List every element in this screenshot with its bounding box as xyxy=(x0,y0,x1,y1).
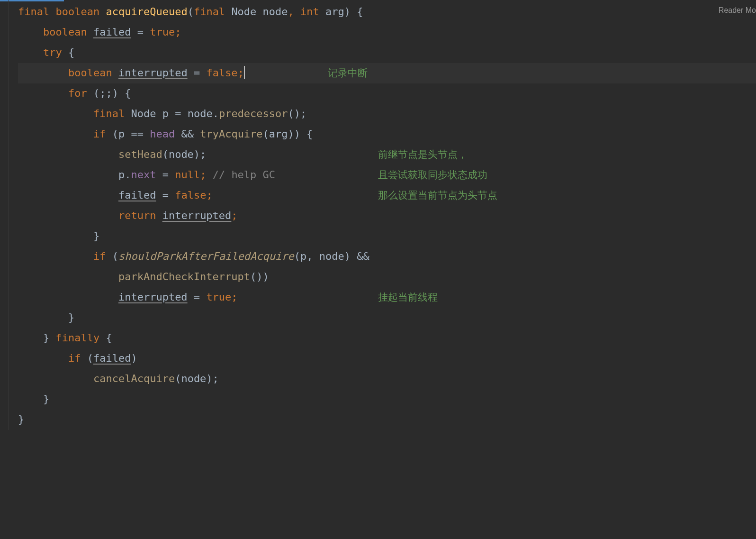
code-line[interactable]: if (p == head && tryAcquire(arg)) { xyxy=(18,124,756,145)
code-line[interactable]: parkAndCheckInterrupt()) xyxy=(18,267,756,287)
keyword-true: true xyxy=(206,287,231,308)
annotation: 挂起当前线程 xyxy=(378,288,438,307)
keyword-boolean: boolean xyxy=(55,2,99,22)
param: Node node xyxy=(231,2,288,22)
keyword-finally: finally xyxy=(55,328,99,348)
keyword-return: return xyxy=(118,206,156,226)
code-line[interactable]: } xyxy=(18,226,756,247)
keyword-false: false xyxy=(206,63,237,83)
keyword-int: int xyxy=(300,2,319,22)
method-call: parkAndCheckInterrupt xyxy=(118,267,250,287)
code-line[interactable]: p.next = null; // help GC且尝试获取同步状态成功 xyxy=(18,165,756,185)
code-line[interactable]: if (shouldParkAfterFailedAcquire(p, node… xyxy=(18,247,756,267)
var-failed: failed xyxy=(93,22,131,43)
keyword-false: false xyxy=(175,185,206,206)
code-line[interactable]: setHead(node);前继节点是头节点， xyxy=(18,145,756,165)
param: arg) { xyxy=(325,2,363,22)
code-line[interactable]: try { xyxy=(18,43,756,63)
code-line[interactable]: failed = false;那么设置当前节点为头节点 xyxy=(18,185,756,206)
field-head: head xyxy=(150,124,175,145)
method-name: acquireQueued xyxy=(106,2,187,22)
method-call: predecessor xyxy=(219,104,288,124)
code-line[interactable]: } xyxy=(18,308,756,328)
field-next: next xyxy=(131,165,156,185)
var-interrupted: interrupted xyxy=(118,287,188,308)
code-line[interactable]: final boolean acquireQueued(final Node n… xyxy=(18,2,756,22)
annotation: 那么设置当前节点为头节点 xyxy=(378,186,497,205)
annotation: 前继节点是头节点， xyxy=(378,145,468,164)
keyword-final: final xyxy=(93,104,125,124)
var-interrupted: interrupted xyxy=(118,63,188,83)
keyword-null: null xyxy=(175,165,200,185)
annotation: 记录中断 xyxy=(328,64,368,83)
keyword-final: final xyxy=(194,2,225,22)
code-line[interactable]: } xyxy=(18,389,756,410)
code-line[interactable]: return interrupted; xyxy=(18,206,756,226)
code-editor[interactable]: final boolean acquireQueued(final Node n… xyxy=(0,0,756,430)
comment: // help GC xyxy=(213,165,275,185)
code-line[interactable]: for (;;) { xyxy=(18,83,756,104)
keyword-true: true xyxy=(150,22,175,43)
code-line[interactable]: interrupted = true;挂起当前线程 xyxy=(18,287,756,308)
keyword-boolean: boolean xyxy=(43,22,87,43)
var-interrupted: interrupted xyxy=(162,206,232,226)
keyword-if: if xyxy=(93,124,106,145)
text-cursor xyxy=(244,66,245,79)
code-line[interactable]: boolean failed = true; xyxy=(18,22,756,43)
annotation: 且尝试获取同步状态成功 xyxy=(378,165,487,185)
method-call: setHead xyxy=(118,145,162,165)
var-failed: failed xyxy=(118,185,156,206)
code-line[interactable]: } finally { xyxy=(18,328,756,348)
keyword-try: try xyxy=(43,43,62,63)
keyword-if: if xyxy=(68,348,81,369)
method-call: tryAcquire xyxy=(200,124,262,145)
code-line[interactable]: } xyxy=(18,410,756,430)
keyword-if: if xyxy=(93,247,106,267)
keyword-for: for xyxy=(68,83,87,104)
method-call: shouldParkAfterFailedAcquire xyxy=(118,247,294,267)
code-line[interactable]: final Node p = node.predecessor(); xyxy=(18,104,756,124)
code-line[interactable]: cancelAcquire(node); xyxy=(18,369,756,389)
code-line[interactable]: if (failed) xyxy=(18,348,756,369)
keyword-final: final xyxy=(18,2,49,22)
method-call: cancelAcquire xyxy=(93,369,175,389)
keyword-boolean: boolean xyxy=(68,63,112,83)
code-line-active[interactable]: boolean interrupted = false;记录中断 xyxy=(18,63,756,83)
var-failed: failed xyxy=(93,348,131,369)
